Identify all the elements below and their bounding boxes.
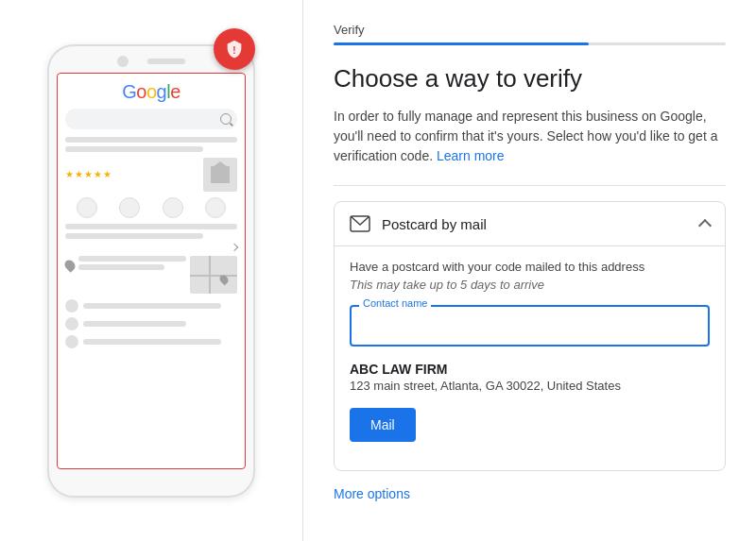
phone-camera bbox=[117, 56, 129, 67]
option-header-left: Postcard by mail bbox=[350, 215, 487, 232]
phone-search-bar bbox=[65, 109, 237, 129]
phone-lines-2 bbox=[65, 224, 237, 239]
phone-line bbox=[65, 224, 237, 229]
contact-name-label: Contact name bbox=[359, 297, 431, 309]
phone-line bbox=[78, 264, 164, 270]
phone-bottom-rows bbox=[65, 299, 237, 348]
search-icon-small bbox=[220, 113, 232, 125]
phone-icon bbox=[65, 317, 78, 330]
option-timing: This may take up to 5 days to arrive bbox=[350, 278, 710, 292]
contact-name-wrapper: Contact name bbox=[350, 305, 710, 347]
action-icon-share bbox=[205, 197, 226, 218]
globe-icon bbox=[65, 335, 78, 348]
phone-line bbox=[65, 233, 203, 239]
mail-button[interactable]: Mail bbox=[350, 408, 416, 442]
star-rating: ★★★★★ bbox=[65, 169, 112, 179]
clock-icon bbox=[65, 299, 78, 313]
phone-line bbox=[65, 137, 237, 143]
map-road-h bbox=[190, 275, 237, 277]
action-icon-call bbox=[77, 197, 97, 218]
progress-section: Verify bbox=[334, 23, 726, 45]
business-address: 123 main street, Atlanta, GA 30022, Unit… bbox=[350, 379, 710, 393]
progress-bar-track bbox=[334, 42, 726, 45]
option-description: Have a postcard with your code mailed to… bbox=[350, 260, 710, 274]
right-panel: Verify Choose a way to verify In order t… bbox=[302, 0, 756, 541]
progress-bar-fill bbox=[334, 42, 589, 45]
phone-line bbox=[83, 339, 221, 345]
phone-action-icons bbox=[65, 197, 237, 218]
icon-text-row-clock bbox=[65, 299, 237, 313]
chevron-right-icon bbox=[231, 243, 238, 250]
phone-lines-1 bbox=[65, 137, 237, 152]
option-body: Have a postcard with your code mailed to… bbox=[335, 246, 725, 470]
map-pin-area bbox=[65, 256, 186, 276]
svg-text:!: ! bbox=[232, 45, 235, 56]
mail-icon bbox=[350, 215, 370, 232]
shield-icon: ! bbox=[224, 39, 245, 59]
option-title: Postcard by mail bbox=[382, 216, 487, 232]
chevron-up-icon bbox=[698, 219, 712, 232]
progress-label: Verify bbox=[334, 23, 726, 37]
description-content: In order to fully manage and represent t… bbox=[334, 109, 717, 163]
google-logo: Google bbox=[65, 81, 237, 103]
description-text: In order to fully manage and represent t… bbox=[334, 107, 726, 166]
phone-line bbox=[78, 256, 186, 262]
more-options-link[interactable]: More options bbox=[334, 486, 726, 501]
phone-speaker bbox=[147, 59, 185, 64]
store-icon bbox=[203, 158, 237, 192]
shield-badge: ! bbox=[214, 28, 255, 70]
phone-line bbox=[65, 146, 203, 152]
option-header[interactable]: Postcard by mail bbox=[335, 202, 725, 246]
icon-text-row-phone bbox=[65, 317, 237, 330]
phone-chevron-row bbox=[65, 245, 237, 250]
page-title: Choose a way to verify bbox=[334, 64, 726, 93]
divider-line bbox=[334, 185, 726, 186]
option-card-postcard: Postcard by mail Have a postcard with yo… bbox=[334, 201, 726, 471]
phone-line bbox=[83, 321, 186, 327]
action-icon-save bbox=[163, 197, 183, 218]
left-panel: Google ★★★★★ bbox=[0, 0, 302, 541]
learn-more-link[interactable]: Learn more bbox=[437, 148, 505, 163]
action-icon-directions bbox=[119, 197, 140, 218]
store-shape bbox=[211, 166, 230, 183]
map-thumbnail bbox=[190, 256, 237, 294]
map-road-v bbox=[209, 256, 211, 294]
map-pin-icon bbox=[62, 258, 77, 273]
contact-name-input[interactable] bbox=[350, 305, 710, 347]
phone-mockup: Google ★★★★★ bbox=[47, 44, 255, 498]
phone-screen: Google ★★★★★ bbox=[57, 73, 246, 469]
map-icon-row bbox=[65, 256, 186, 276]
phone-rating-row: ★★★★★ bbox=[65, 158, 237, 192]
map-text-lines bbox=[78, 256, 186, 270]
phone-map-section bbox=[65, 256, 237, 294]
icon-text-row-globe bbox=[65, 335, 237, 348]
business-name: ABC LAW FIRM bbox=[350, 362, 710, 377]
phone-line bbox=[83, 303, 221, 309]
